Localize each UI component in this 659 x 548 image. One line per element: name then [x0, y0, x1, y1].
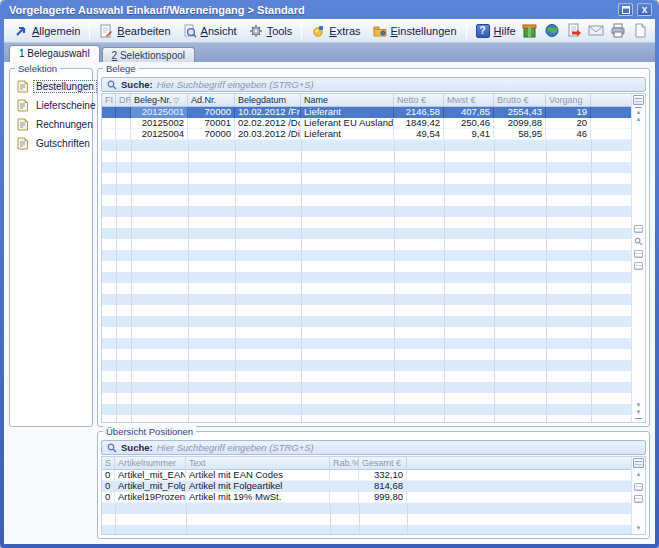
menu-einstellungen[interactable]: Einstellungen	[367, 22, 463, 40]
menu-label: Bearbeiten	[117, 25, 170, 37]
belege-group: Belege Suche: Hier Suchbegriff eingeben …	[97, 68, 650, 427]
cell-artikelnummer: Artikel_mit_EAN	[115, 470, 186, 480]
tab-strip: 1 Belegauswahl 2 Selektionspool	[4, 43, 655, 62]
cell-belegnr: 20125002	[131, 118, 188, 128]
cell-mwst: 250,46	[444, 118, 494, 128]
cell-vorgang: 46	[546, 129, 591, 139]
package-icon[interactable]	[522, 23, 539, 39]
grid-tools	[634, 225, 643, 270]
close-icon[interactable]: x	[637, 3, 652, 16]
scroll-up-icon[interactable]: ▲	[636, 109, 642, 116]
restore-icon[interactable]	[618, 3, 633, 16]
table-row[interactable]: 0 Artikel_mit_Folgeartikel Artikel mit F…	[102, 481, 631, 492]
menu-label: Tools	[267, 25, 293, 37]
column-header-s[interactable]: S	[102, 457, 115, 469]
table-row[interactable]: 0 Artikel19Prozent Artikel mit 19% MwSt.…	[102, 492, 631, 503]
list-icon[interactable]	[634, 262, 643, 270]
table-row[interactable]: 20125002 70001 02.02.2012 /Do Lieferant …	[102, 118, 631, 129]
column-header-vorgang[interactable]: Vorgang	[546, 94, 591, 106]
rows-icon[interactable]	[634, 483, 643, 491]
scroll-bottom-icon[interactable]	[635, 418, 642, 419]
column-header-filler	[591, 94, 631, 106]
title-bar[interactable]: Vorgelagerte Auswahl Einkauf/Wareneingan…	[0, 0, 659, 19]
print-icon[interactable]	[610, 23, 627, 39]
mail-icon[interactable]	[588, 23, 605, 39]
column-header-artikelnummer[interactable]: Artikelnummer	[115, 457, 186, 469]
scroll-up-icon[interactable]: ▲	[636, 471, 642, 478]
column-header-gesamt[interactable]: Gesamt €	[359, 457, 407, 469]
empty-rows-area	[102, 503, 631, 534]
table-row[interactable]: 0 Artikel_mit_EAN Artikel mit EAN Codes …	[102, 470, 631, 481]
selektion-group-label: Selektion	[15, 63, 60, 74]
selektion-item-bestellungen[interactable]: Bestellungen	[16, 80, 88, 93]
menu-hilfe[interactable]: ? Hilfe	[470, 22, 522, 40]
column-header-belegdatum[interactable]: Belegdatum	[235, 94, 301, 106]
column-header-belegnr[interactable]: Beleg-Nr.▽	[131, 94, 188, 106]
selektion-item-lieferscheine[interactable]: Lieferscheine	[16, 99, 88, 112]
belege-table-header: FI DR Beleg-Nr.▽ Ad.Nr. Belegdatum Name …	[102, 94, 631, 107]
cell-rab	[330, 470, 359, 480]
menu-bearbeiten[interactable]: Bearbeiten	[93, 22, 176, 40]
cell-rab	[330, 492, 359, 502]
zoom-icon[interactable]	[634, 237, 643, 246]
column-header-dr[interactable]: DR	[116, 94, 131, 106]
menu-extras[interactable]: Extras	[305, 22, 366, 40]
cell-dr	[116, 129, 131, 139]
magnifier-document-icon	[183, 24, 197, 38]
tab-belegauswahl[interactable]: 1 Belegauswahl	[9, 45, 100, 62]
column-header-fi[interactable]: FI	[102, 94, 116, 106]
cell-artikelnummer: Artikel_mit_Folgeartikel	[115, 481, 186, 492]
cell-s: 0	[102, 481, 115, 492]
scroll-down-icon[interactable]: ▼	[636, 402, 642, 409]
belege-search-bar[interactable]: Suche: Hier Suchbegriff eingeben (STRG+S…	[101, 77, 646, 92]
scroll-top-icon[interactable]	[635, 107, 642, 108]
column-header-brutto[interactable]: Brutto €	[494, 94, 546, 106]
positionen-table-header: S Artikelnummer Text Rab.% Gesamt €	[102, 457, 631, 470]
cell-s: 0	[102, 470, 115, 480]
belege-group-label: Belege	[103, 63, 139, 74]
scroll-up-page-icon[interactable]: ▲	[636, 116, 642, 123]
column-chooser-icon[interactable]	[633, 458, 644, 468]
menu-tools[interactable]: Tools	[243, 22, 299, 40]
menu-allgemein[interactable]: Allgemein	[8, 22, 86, 40]
positionen-search-bar[interactable]: Suche: Hier Suchbegriff eingeben (STRG+S…	[101, 440, 646, 455]
extras-bulb-icon	[311, 24, 325, 38]
table-row[interactable]: 20125001 70000 10.02.2012 /Fr Lieferant …	[102, 107, 631, 118]
scroll-down-icon[interactable]: ▼	[636, 525, 642, 532]
menu-separator	[89, 23, 90, 39]
column-header-filler	[407, 457, 631, 469]
column-header-text[interactable]: Text	[186, 457, 330, 469]
sort-descending-icon: ▽	[174, 97, 179, 104]
column-chooser-icon[interactable]	[633, 95, 644, 105]
tab-label: 2 Selektionspool	[112, 50, 185, 61]
scroll-down-page-icon[interactable]: ▼	[636, 409, 642, 416]
column-header-mwst[interactable]: Mwst €	[444, 94, 494, 106]
layout-icon[interactable]	[634, 250, 643, 258]
tab-selektionspool[interactable]: 2 Selektionspool	[102, 47, 195, 62]
search-placeholder: Hier Suchbegriff eingeben (STRG+S)	[157, 442, 314, 453]
selektion-item-rechnungen[interactable]: Rechnungen	[16, 118, 88, 131]
layout-icon[interactable]	[634, 495, 643, 503]
rows-icon[interactable]	[634, 225, 643, 233]
cell-netto: 49,54	[394, 129, 444, 139]
table-row[interactable]: 20125004 70000 20.03.2012 /Di Lieferant …	[102, 129, 631, 140]
column-header-name[interactable]: Name	[301, 94, 394, 106]
settings-folder-icon	[373, 24, 387, 38]
cell-vorgang: 19	[546, 107, 591, 118]
cell-fi	[102, 129, 116, 139]
cell-name: Lieferant	[301, 107, 394, 118]
new-document-icon[interactable]	[632, 23, 649, 39]
cell-text: Artikel mit EAN Codes	[186, 470, 330, 480]
selektion-item-label: Lieferscheine	[33, 99, 98, 112]
globe-icon[interactable]	[544, 23, 561, 39]
positionen-scrollbar[interactable]: ▲ ▼	[631, 457, 645, 534]
column-header-adnr[interactable]: Ad.Nr.	[188, 94, 235, 106]
belege-scrollbar[interactable]: ▲ ▲ ▼ ▼	[631, 94, 645, 422]
column-header-rab[interactable]: Rab.%	[330, 457, 359, 469]
column-header-netto[interactable]: Netto €	[394, 94, 444, 106]
belege-table: FI DR Beleg-Nr.▽ Ad.Nr. Belegdatum Name …	[102, 94, 631, 422]
menu-ansicht[interactable]: Ansicht	[177, 22, 243, 40]
cell-belegdatum: 20.03.2012 /Di	[235, 129, 301, 139]
export-document-icon[interactable]	[566, 23, 583, 39]
selektion-item-gutschriften[interactable]: Gutschriften	[16, 137, 88, 150]
